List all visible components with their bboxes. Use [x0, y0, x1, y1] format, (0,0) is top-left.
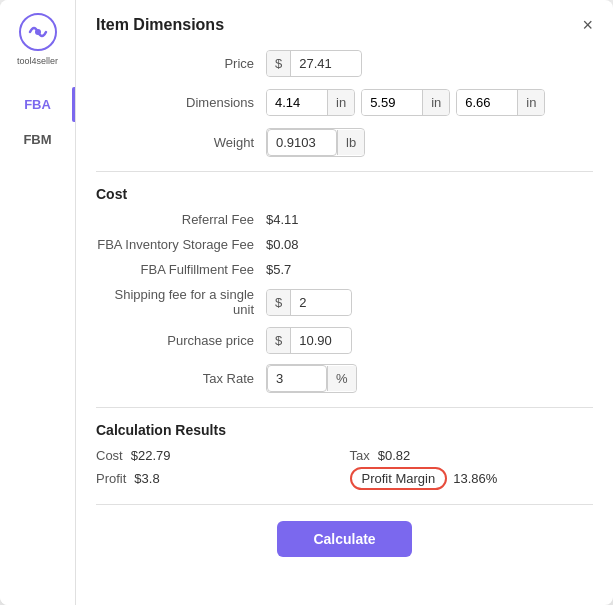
shipping-fee-row: Shipping fee for a single unit $: [96, 287, 593, 317]
dim-unit-2: in: [422, 90, 449, 115]
cost-result-value: $22.79: [131, 448, 171, 463]
price-row: Price $: [96, 50, 593, 77]
tax-rate-input-group: %: [266, 364, 357, 393]
tax-rate-input[interactable]: [267, 365, 327, 392]
referral-fee-row: Referral Fee $4.11: [96, 212, 593, 227]
dim-input-group-1: in: [266, 89, 355, 116]
fba-fulfillment-label: FBA Fulfillment Fee: [96, 262, 266, 277]
referral-fee-value: $4.11: [266, 212, 299, 227]
margin-result-row: Profit Margin 13.86%: [350, 467, 594, 490]
divider-2: [96, 407, 593, 408]
profit-result-value: $3.8: [134, 471, 159, 486]
fba-inventory-label: FBA Inventory Storage Fee: [96, 237, 266, 252]
price-prefix: $: [267, 51, 291, 76]
shipping-fee-label: Shipping fee for a single unit: [96, 287, 266, 317]
dim-input-group-3: in: [456, 89, 545, 116]
profit-result-row: Profit $3.8: [96, 467, 340, 490]
calculate-button[interactable]: Calculate: [277, 521, 411, 557]
fba-fulfillment-row: FBA Fulfillment Fee $5.7: [96, 262, 593, 277]
results-grid: Cost $22.79 Tax $0.82 Profit $3.8 Profit…: [96, 448, 593, 490]
shipping-input[interactable]: [291, 290, 351, 315]
dim-input-1[interactable]: [267, 90, 327, 115]
tax-rate-row: Tax Rate %: [96, 364, 593, 393]
weight-unit: lb: [337, 130, 364, 155]
profit-result-label: Profit: [96, 471, 126, 486]
tax-result-row: Tax $0.82: [350, 448, 594, 463]
cost-result-label: Cost: [96, 448, 123, 463]
sidebar-item-fba[interactable]: FBA: [0, 87, 75, 122]
svg-point-1: [35, 29, 41, 35]
main-content: Item Dimensions × Price $ Dimensions in …: [76, 0, 613, 605]
dim-input-2[interactable]: [362, 90, 422, 115]
sidebar: tool4seller FBA FBM: [0, 0, 76, 605]
dim-unit-1: in: [327, 90, 354, 115]
dim-input-3[interactable]: [457, 90, 517, 115]
logo-icon: [18, 12, 58, 52]
shipping-input-group: $: [266, 289, 352, 316]
dim-unit-3: in: [517, 90, 544, 115]
price-label: Price: [96, 56, 266, 71]
fba-inventory-row: FBA Inventory Storage Fee $0.08: [96, 237, 593, 252]
tax-rate-suffix: %: [327, 366, 356, 391]
tax-rate-label: Tax Rate: [96, 371, 266, 386]
shipping-prefix: $: [267, 290, 291, 315]
weight-input-group: lb: [266, 128, 365, 157]
modal-title: Item Dimensions: [96, 16, 224, 34]
close-button[interactable]: ×: [582, 16, 593, 34]
purchase-price-row: Purchase price $: [96, 327, 593, 354]
profit-margin-badge: Profit Margin: [350, 467, 448, 490]
dimensions-row: Dimensions in in in: [96, 89, 593, 116]
modal-header: Item Dimensions ×: [96, 16, 593, 34]
purchase-input[interactable]: [291, 328, 351, 353]
fba-fulfillment-value: $5.7: [266, 262, 291, 277]
purchase-input-group: $: [266, 327, 352, 354]
purchase-prefix: $: [267, 328, 291, 353]
divider-3: [96, 504, 593, 505]
dim-input-group-2: in: [361, 89, 450, 116]
logo-text: tool4seller: [17, 56, 58, 67]
cost-result-row: Cost $22.79: [96, 448, 340, 463]
weight-row: Weight lb: [96, 128, 593, 157]
purchase-price-label: Purchase price: [96, 333, 266, 348]
dimensions-label: Dimensions: [96, 95, 266, 110]
tax-result-value: $0.82: [378, 448, 411, 463]
tax-result-label: Tax: [350, 448, 370, 463]
weight-input[interactable]: [267, 129, 337, 156]
divider-1: [96, 171, 593, 172]
weight-label: Weight: [96, 135, 266, 150]
cost-section-title: Cost: [96, 186, 593, 202]
sidebar-item-fbm[interactable]: FBM: [0, 122, 75, 157]
referral-fee-label: Referral Fee: [96, 212, 266, 227]
fba-inventory-value: $0.08: [266, 237, 299, 252]
dimensions-inputs: in in in: [266, 89, 551, 116]
results-section-title: Calculation Results: [96, 422, 593, 438]
margin-result-value: 13.86%: [453, 471, 497, 486]
price-input[interactable]: [291, 51, 361, 76]
logo: tool4seller: [17, 12, 58, 67]
price-input-group: $: [266, 50, 362, 77]
